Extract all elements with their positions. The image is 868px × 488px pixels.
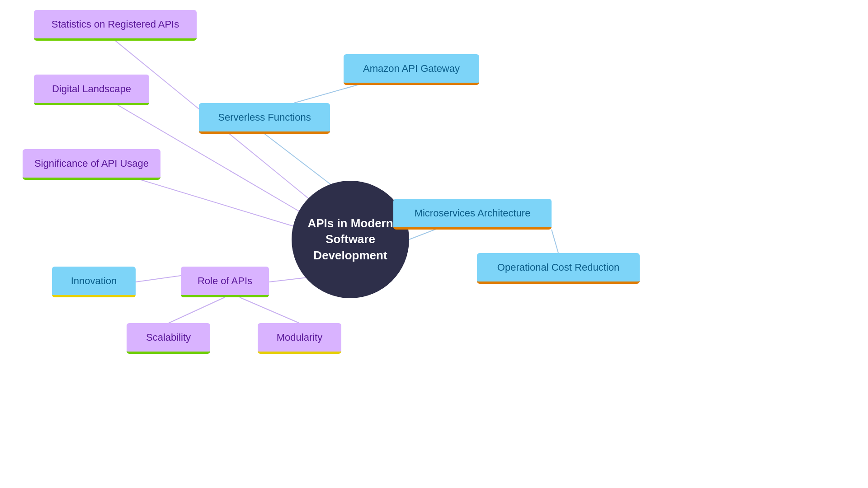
node-microservices[interactable]: Microservices Architecture xyxy=(393,199,552,230)
node-role[interactable]: Role of APIs xyxy=(181,267,269,297)
node-operational[interactable]: Operational Cost Reduction xyxy=(477,253,640,284)
node-serverless[interactable]: Serverless Functions xyxy=(199,103,330,134)
node-scalability[interactable]: Scalability xyxy=(127,323,210,354)
svg-line-9 xyxy=(169,297,225,323)
svg-line-8 xyxy=(136,276,181,282)
svg-line-6 xyxy=(552,230,558,253)
svg-line-10 xyxy=(240,297,299,323)
center-node[interactable]: APIs in Modern Software Development xyxy=(292,181,409,298)
node-innovation[interactable]: Innovation xyxy=(52,267,136,297)
node-modularity[interactable]: Modularity xyxy=(258,323,341,354)
node-significance[interactable]: Significance of API Usage xyxy=(23,149,160,180)
node-amazon[interactable]: Amazon API Gateway xyxy=(344,54,479,85)
node-statistics[interactable]: Statistics on Registered APIs xyxy=(34,10,197,41)
node-digital-landscape[interactable]: Digital Landscape xyxy=(34,75,149,105)
center-label: APIs in Modern Software Development xyxy=(292,216,409,263)
